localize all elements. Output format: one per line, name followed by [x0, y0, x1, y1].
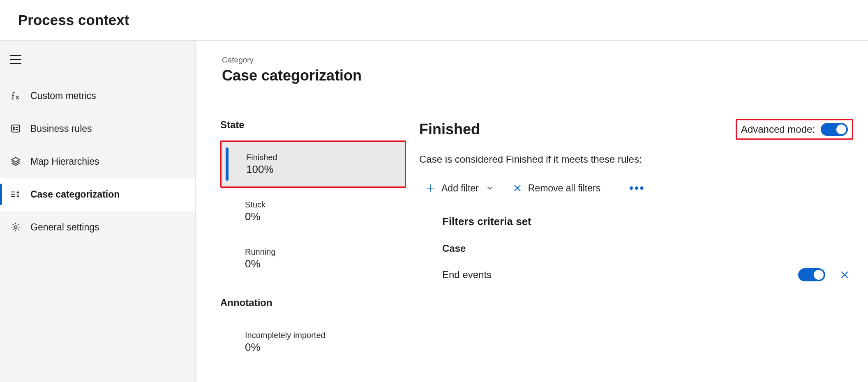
svg-rect-0 — [12, 125, 20, 132]
state-item-name: Finished — [246, 153, 405, 162]
state-item-stuck[interactable]: Stuck 0% — [220, 188, 406, 235]
state-item-name: Stuck — [245, 200, 406, 209]
remove-all-label: Remove all filters — [528, 183, 600, 194]
state-item-name: Running — [245, 247, 406, 257]
category-label: Category — [222, 55, 868, 64]
layers-icon — [10, 156, 21, 167]
annotation-item-percent: 0% — [245, 341, 406, 354]
detail-description: Case is considered Finished if it meets … — [419, 154, 853, 165]
annotation-section-heading: Annotation — [220, 297, 406, 308]
gear-icon — [10, 221, 21, 233]
add-filter-label: Add filter — [441, 183, 479, 194]
state-section-heading: State — [220, 119, 406, 131]
sidebar: Custom metrics Business rules — [0, 41, 196, 382]
state-item-percent: 0% — [245, 258, 406, 270]
criteria-sub-heading: Case — [442, 243, 853, 254]
more-actions-button[interactable]: ••• — [629, 182, 645, 195]
filter-toolbar: Add filter Remove all filters ••• — [419, 182, 853, 195]
sidebar-item-custom-metrics[interactable]: Custom metrics — [0, 79, 195, 112]
sidebar-item-label: Case categorization — [30, 189, 120, 200]
advanced-mode-label: Advanced mode: — [741, 124, 815, 135]
page-title: Process context — [18, 12, 129, 28]
criteria-set-heading: Filters criteria set — [442, 215, 853, 228]
sidebar-item-general-settings[interactable]: General settings — [0, 211, 195, 244]
close-icon — [512, 183, 522, 193]
sidebar-item-label: Business rules — [30, 123, 92, 134]
categorization-icon — [10, 189, 21, 200]
add-filter-button[interactable]: Add filter — [425, 183, 479, 194]
sidebar-item-case-categorization[interactable]: Case categorization — [0, 178, 195, 211]
plus-icon — [425, 183, 436, 193]
state-item-percent: 100% — [246, 163, 405, 176]
add-filter-dropdown[interactable] — [485, 184, 494, 193]
criteria-row-label: End events — [442, 269, 492, 281]
rules-icon — [10, 123, 21, 134]
criteria-row-remove-button[interactable] — [839, 269, 850, 280]
state-item-finished[interactable]: Finished 100% — [220, 140, 406, 188]
detail-title: Finished — [419, 121, 480, 138]
advanced-mode-group: Advanced mode: — [736, 119, 853, 140]
category-title: Case categorization — [222, 67, 868, 84]
remove-all-filters-button[interactable]: Remove all filters — [512, 183, 600, 194]
advanced-mode-toggle[interactable] — [821, 123, 848, 136]
fx-icon — [10, 90, 21, 101]
sidebar-item-label: Map Hierarchies — [30, 156, 99, 167]
hamburger-menu-icon[interactable] — [10, 55, 21, 64]
criteria-row-toggle[interactable] — [798, 268, 825, 281]
svg-point-1 — [13, 127, 14, 128]
annotation-item-incompletely-imported[interactable]: Incompletely imported 0% — [220, 318, 406, 366]
sidebar-item-business-rules[interactable]: Business rules — [0, 112, 195, 145]
state-item-percent: 0% — [245, 210, 406, 223]
sidebar-item-label: General settings — [30, 222, 99, 233]
svg-point-3 — [14, 226, 17, 229]
svg-point-2 — [13, 129, 14, 130]
sidebar-item-label: Custom metrics — [30, 90, 96, 101]
sidebar-item-map-hierarchies[interactable]: Map Hierarchies — [0, 145, 195, 178]
annotation-item-name: Incompletely imported — [245, 331, 406, 340]
category-header: Category Case categorization — [196, 41, 868, 96]
criteria-row-end-events: End events — [442, 268, 853, 281]
state-item-running[interactable]: Running 0% — [220, 235, 406, 282]
